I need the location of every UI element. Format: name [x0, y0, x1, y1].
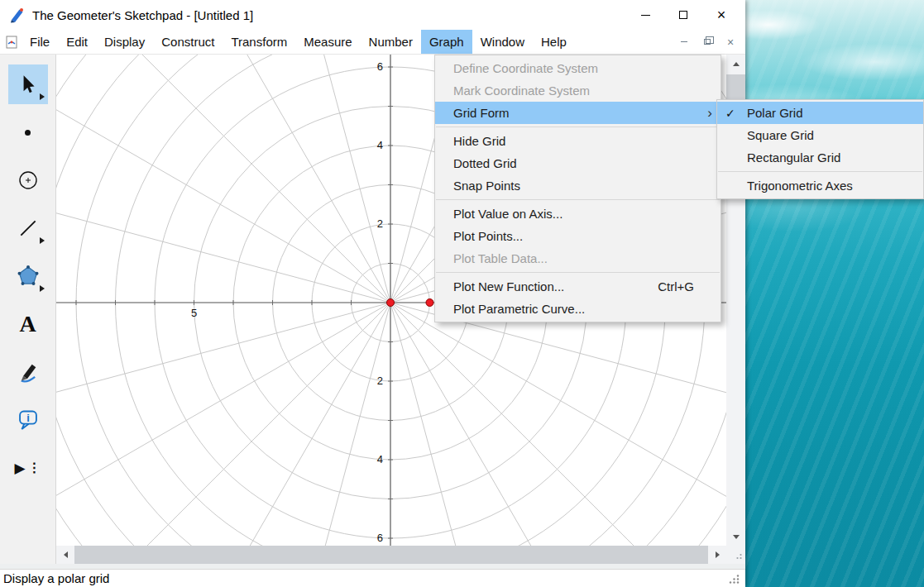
point-tool-button[interactable]	[8, 112, 48, 152]
scroll-left-button[interactable]	[56, 546, 74, 564]
mdi-window-controls: ×	[676, 30, 739, 54]
minimize-icon	[641, 15, 650, 16]
menu-item-mark-coordinate-system: Mark Coordinate System	[435, 79, 721, 102]
menubar-item-edit[interactable]: Edit	[58, 30, 96, 54]
menu-item-plot-value-on-axis[interactable]: Plot Value on Axis...	[435, 203, 721, 225]
point-icon	[25, 130, 31, 136]
polygon-tool-button[interactable]	[8, 256, 48, 296]
flyout-arrow-icon	[40, 237, 45, 244]
title-bar: The Geometer's Sketchpad - [Untitled 1] …	[0, 0, 745, 30]
menu-item-label: Grid Form	[453, 106, 510, 120]
menubar-item-number[interactable]: Number	[361, 30, 421, 54]
scroll-right-icon	[716, 551, 720, 558]
information-tool-button[interactable]: i	[8, 400, 48, 440]
svg-text:2: 2	[377, 217, 383, 230]
svg-text:4: 4	[377, 139, 383, 151]
polygon-icon	[17, 265, 40, 288]
menu-item-label: Trigonometric Axes	[747, 179, 853, 193]
info-i-glyph: i	[26, 412, 30, 424]
custom-tool-icon: ▶ ⋮	[14, 461, 41, 475]
menu-item-square-grid[interactable]: Square Grid	[717, 124, 923, 146]
menu-item-snap-points[interactable]: Snap Points	[435, 174, 721, 197]
mdi-close-button[interactable]: ×	[722, 35, 739, 50]
status-text: Display a polar grid	[3, 571, 109, 585]
selection-arrow-icon	[17, 74, 39, 95]
menubar-item-help[interactable]: Help	[533, 30, 575, 54]
menubar-item-measure[interactable]: Measure	[295, 30, 360, 54]
mdi-minimize-icon	[681, 41, 687, 42]
menubar-item-transform[interactable]: Transform	[223, 30, 295, 54]
close-button[interactable]: ×	[702, 0, 740, 30]
scroll-down-button[interactable]	[726, 527, 745, 546]
menubar-item-window[interactable]: Window	[472, 30, 533, 54]
menu-separator	[436, 199, 720, 200]
tool-palette: A i	[0, 55, 56, 564]
menu-item-label: Mark Coordinate System	[453, 84, 590, 98]
mdi-restore-button[interactable]	[699, 35, 716, 50]
flyout-arrow-icon	[40, 285, 45, 292]
menu-item-polar-grid[interactable]: ✓Polar Grid	[717, 102, 923, 124]
svg-text:4: 4	[377, 453, 383, 465]
svg-text:2: 2	[377, 375, 383, 387]
horizontal-scrollbar[interactable]	[56, 546, 726, 564]
menu-item-label: Dotted Grid	[453, 156, 517, 170]
mdi-close-icon: ×	[727, 36, 734, 49]
maximize-button[interactable]	[664, 0, 702, 30]
selection-arrow-tool-button[interactable]	[8, 64, 48, 104]
scrollbar-corner	[726, 546, 745, 564]
marker-tool-button[interactable]	[8, 352, 48, 392]
compass-tool-button[interactable]	[8, 160, 48, 200]
mdi-minimize-button[interactable]	[676, 35, 692, 50]
menu-item-define-coordinate-system: Define Coordinate System	[435, 57, 721, 79]
scroll-right-button[interactable]	[708, 546, 726, 564]
resize-grip-icon[interactable]	[734, 553, 743, 561]
svg-text:6: 6	[377, 532, 383, 544]
menu-shortcut: Ctrl+G	[658, 279, 694, 294]
status-resize-grip-icon[interactable]	[729, 574, 740, 584]
menu-item-hide-grid[interactable]: Hide Grid	[435, 130, 721, 152]
menu-item-label: Square Grid	[747, 128, 814, 142]
menu-item-plot-points[interactable]: Plot Points...	[435, 225, 721, 247]
app-icon	[8, 7, 25, 23]
menu-item-grid-form[interactable]: Grid Form›	[435, 102, 721, 124]
maximize-icon	[679, 11, 687, 19]
menu-item-label: Plot Table Data...	[453, 251, 548, 265]
menu-separator	[718, 171, 922, 172]
menu-item-plot-parametric-curve[interactable]: Plot Parametric Curve...	[435, 298, 721, 320]
menu-item-label: Hide Grid	[453, 134, 505, 148]
submenu-arrow-icon: ›	[707, 106, 712, 120]
desktop-wallpaper	[744, 0, 924, 587]
menu-item-label: Plot Parametric Curve...	[453, 302, 585, 316]
menubar-item-display[interactable]: Display	[96, 30, 153, 54]
document-icon[interactable]	[5, 36, 18, 49]
grid-form-submenu: ✓Polar GridSquare GridRectangular GridTr…	[716, 99, 924, 199]
vertical-dots-icon: ⋮	[28, 461, 41, 475]
custom-tool-button[interactable]: ▶ ⋮	[8, 448, 48, 488]
menu-separator	[436, 272, 720, 273]
menubar-item-construct[interactable]: Construct	[153, 30, 223, 54]
menu-item-label: Rectangular Grid	[747, 150, 840, 165]
menu-item-label: Plot Value on Axis...	[453, 207, 563, 221]
flyout-arrow-icon	[40, 93, 45, 100]
close-icon: ×	[717, 7, 726, 22]
menu-item-label: Plot New Function...	[453, 279, 564, 294]
menubar-item-graph[interactable]: Graph	[421, 30, 472, 54]
text-tool-button[interactable]: A	[8, 304, 48, 344]
menu-item-label: Define Coordinate System	[453, 61, 598, 75]
minimize-button[interactable]	[626, 0, 664, 30]
menu-item-rectangular-grid[interactable]: Rectangular Grid	[717, 146, 923, 169]
info-balloon-icon: i	[17, 408, 40, 432]
line-icon	[17, 217, 39, 239]
marker-pen-icon	[17, 360, 40, 384]
straightedge-tool-button[interactable]	[8, 208, 48, 248]
menu-item-trigonometric-axes[interactable]: Trigonometric Axes	[717, 174, 923, 197]
scroll-up-icon	[733, 62, 740, 66]
checkmark-icon: ✓	[725, 107, 747, 120]
menubar-item-file[interactable]: File	[22, 30, 58, 54]
horizontal-scroll-thumb[interactable]	[74, 546, 708, 564]
window-controls: ×	[626, 0, 745, 30]
svg-text:5: 5	[191, 307, 197, 319]
scroll-up-button[interactable]	[726, 55, 745, 73]
menu-item-plot-new-function[interactable]: Plot New Function...Ctrl+G	[435, 275, 721, 298]
menu-item-dotted-grid[interactable]: Dotted Grid	[435, 152, 721, 174]
